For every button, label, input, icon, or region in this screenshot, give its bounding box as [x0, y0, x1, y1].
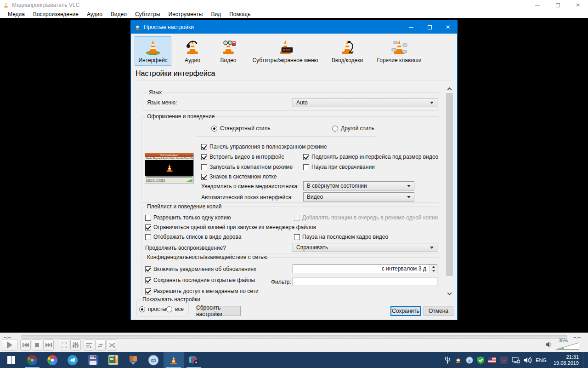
seek-slider[interactable] — [21, 335, 567, 339]
desktop: Медиапроигрыватель VLC ✕ Медиа Воспроизв… — [0, 0, 588, 368]
vlc-cone-icon — [164, 163, 175, 173]
svg-text:qb: qb — [151, 358, 156, 363]
dialog-close-button[interactable]: ✕ — [439, 21, 457, 34]
taskbar-vlc[interactable] — [164, 352, 184, 368]
previous-icon — [23, 343, 29, 347]
checkbox-pause-on-minimize[interactable]: Пауза при сворачивании — [303, 164, 375, 170]
checkbox-icon — [201, 164, 207, 170]
tab-subtitles-osd[interactable]: Субтитры/экранное меню — [249, 36, 321, 66]
menu-audio[interactable]: Аудио — [83, 11, 107, 17]
menu-subtitles[interactable]: Субтитры — [131, 11, 164, 17]
dialog-scrollbar[interactable] — [446, 85, 453, 298]
menu-help[interactable]: Помощь — [225, 11, 254, 17]
checkbox-one-instance-filemanager[interactable]: Ограничиться одной копией при запуске из… — [145, 224, 316, 230]
equalizer-icon — [73, 342, 79, 348]
checkbox-playlist-tree[interactable]: Отображать список в виде дерева — [145, 234, 241, 240]
start-button[interactable] — [0, 352, 22, 368]
spinner-up-icon[interactable] — [430, 264, 437, 269]
checkbox-save-recent[interactable]: Сохранять последние открытые файлы — [145, 277, 255, 283]
notify-media-change-dropdown[interactable]: В свёрнутом состоянии — [303, 181, 414, 190]
play-button[interactable] — [2, 339, 17, 351]
video-cone-icon — [219, 38, 237, 56]
menu-playback[interactable]: Воспроизведение — [29, 11, 83, 17]
radio-simple-settings[interactable]: простые — [139, 306, 170, 312]
purple-app-tray-icon[interactable]: ” — [500, 356, 508, 364]
taskbar-telegram[interactable] — [62, 352, 83, 368]
taskbar-floppy-app[interactable] — [83, 352, 103, 368]
previous-button[interactable] — [20, 339, 31, 351]
taskbar-chrome-profile2[interactable] — [42, 352, 62, 368]
checkbox-one-instance[interactable]: Разрешить только одну копию — [145, 214, 231, 221]
main-minimize-button[interactable] — [527, 0, 548, 10]
taskbar-downloader-app[interactable] — [123, 352, 143, 368]
adjustments-button[interactable] — [70, 339, 81, 351]
fullscreen-button[interactable] — [59, 339, 69, 351]
scroll-down-icon[interactable] — [446, 290, 453, 298]
radio-all-settings[interactable]: все — [166, 306, 184, 312]
checkbox-compact-mode[interactable]: Запускать в компактном режиме — [201, 164, 293, 170]
preview-menubar: Media Playback Audio Video Subtitle Tool… — [145, 157, 193, 160]
checkbox-fullscreen-controller[interactable]: Панель управления в полноэкранном режиме — [201, 144, 327, 150]
random-button[interactable] — [107, 339, 117, 351]
tab-audio[interactable]: Аудио — [178, 36, 207, 66]
checkbox-pause-last-frame[interactable]: Пауза на последнем кадре видео — [294, 234, 388, 240]
checkbox-icon — [201, 144, 207, 150]
scroll-up-icon[interactable] — [446, 85, 453, 93]
tab-video[interactable]: Видео — [214, 36, 243, 66]
menu-language-dropdown[interactable]: Auto — [293, 98, 437, 107]
menu-view[interactable]: Вид — [207, 11, 225, 17]
checkbox-network-metadata[interactable]: Разрешить доступ к метаданным по сети — [145, 288, 259, 294]
tray-time: 21:31 — [554, 354, 579, 360]
cancel-button[interactable]: Отмена — [424, 306, 453, 316]
main-maximize-button[interactable] — [548, 0, 568, 10]
taskbar-irfanview[interactable] — [103, 352, 123, 368]
filter-input[interactable] — [293, 277, 437, 286]
scrollbar-thumb[interactable] — [446, 93, 453, 276]
continue-playback-dropdown[interactable]: Спрашивать — [293, 243, 437, 252]
checkbox-update-notifications[interactable]: Включить уведомления об обновлениях — [145, 266, 256, 272]
taskbar-notes-app[interactable] — [184, 352, 204, 368]
dialog-minimize-button[interactable] — [402, 21, 420, 34]
menu-media[interactable]: Медиа — [4, 11, 29, 17]
taskbar-qbittorrent[interactable]: qb — [143, 352, 164, 368]
spinner-down-icon[interactable] — [430, 269, 437, 273]
tab-interface[interactable]: Интерфейс — [135, 36, 171, 66]
taskbar-chrome-profile1[interactable] — [22, 352, 42, 368]
dialog-maximize-button[interactable] — [420, 21, 439, 34]
us-flag-icon[interactable] — [488, 357, 496, 363]
taskbar-clock[interactable]: 21:31 19.08.2019 — [551, 354, 579, 366]
auto-raise-dropdown[interactable]: Видео — [303, 192, 414, 201]
save-button[interactable]: Сохранить — [390, 306, 421, 316]
language-indicator[interactable]: ENG — [536, 357, 547, 363]
menu-tools[interactable]: Инструменты — [164, 11, 207, 17]
speaker-icon[interactable] — [546, 341, 552, 348]
volume-tray-icon[interactable] — [524, 357, 531, 363]
antivirus-shield-icon[interactable] — [477, 356, 484, 364]
checkbox-resize-interface[interactable]: Подгонять размер интерфейса под размер в… — [303, 154, 438, 160]
spinner-buttons[interactable] — [430, 264, 437, 273]
stop-icon — [35, 343, 39, 347]
main-close-button[interactable]: ✕ — [568, 0, 588, 10]
usb-icon[interactable] — [444, 356, 451, 364]
radio-custom-style[interactable]: Другой стиль — [332, 125, 374, 132]
update-interval-spinner[interactable]: с интервалом 3 д. — [293, 264, 437, 273]
qbittorrent-tray-icon[interactable]: qb — [466, 356, 473, 364]
volume-slider[interactable] — [556, 342, 580, 350]
vlc-tray-icon[interactable] — [455, 356, 462, 364]
tab-hotkeys[interactable]: Горячие клавиши — [373, 36, 425, 66]
stop-button[interactable] — [32, 339, 42, 351]
playlist-button[interactable] — [84, 339, 94, 351]
next-button[interactable] — [43, 339, 54, 351]
checkbox-systray-icon[interactable]: Значок в системном лотке — [201, 173, 277, 180]
loop-button[interactable] — [95, 339, 106, 351]
menu-video[interactable]: Видео — [107, 11, 131, 17]
radio-standard-style[interactable]: Стандартный стиль — [211, 125, 271, 132]
checkbox-embed-video[interactable]: Встроить видео в интерфейс — [201, 154, 284, 160]
group-appearance: Оформление и поведение Стандартный стиль… — [141, 116, 439, 203]
show-desktop-button[interactable] — [583, 352, 585, 368]
codecs-cone-icon — [338, 38, 356, 56]
dialog-titlebar[interactable]: Простые настройки ✕ — [131, 21, 457, 34]
network-icon[interactable] — [512, 357, 520, 363]
tab-input-codecs[interactable]: Ввод/кодеки — [328, 36, 367, 66]
reset-settings-button[interactable]: Сбросить настройки — [196, 306, 241, 316]
